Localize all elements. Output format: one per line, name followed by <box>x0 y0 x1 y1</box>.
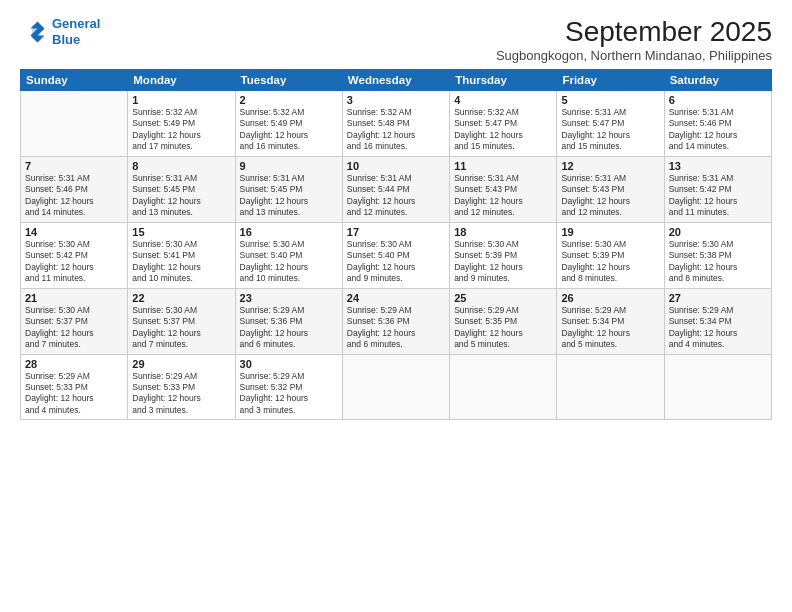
col-friday: Friday <box>557 70 664 91</box>
col-saturday: Saturday <box>664 70 771 91</box>
col-tuesday: Tuesday <box>235 70 342 91</box>
day-cell: 6Sunrise: 5:31 AM Sunset: 5:46 PM Daylig… <box>664 91 771 157</box>
day-cell: 15Sunrise: 5:30 AM Sunset: 5:41 PM Dayli… <box>128 222 235 288</box>
day-info: Sunrise: 5:29 AM Sunset: 5:33 PM Dayligh… <box>25 371 123 417</box>
page: General Blue September 2025 Sugbongkogon… <box>0 0 792 612</box>
day-number: 17 <box>347 226 445 238</box>
day-cell: 4Sunrise: 5:32 AM Sunset: 5:47 PM Daylig… <box>450 91 557 157</box>
logo-line1: General <box>52 16 100 31</box>
day-cell: 27Sunrise: 5:29 AM Sunset: 5:34 PM Dayli… <box>664 288 771 354</box>
day-cell: 3Sunrise: 5:32 AM Sunset: 5:48 PM Daylig… <box>342 91 449 157</box>
day-info: Sunrise: 5:30 AM Sunset: 5:39 PM Dayligh… <box>454 239 552 285</box>
day-info: Sunrise: 5:30 AM Sunset: 5:37 PM Dayligh… <box>25 305 123 351</box>
day-info: Sunrise: 5:31 AM Sunset: 5:44 PM Dayligh… <box>347 173 445 219</box>
day-cell <box>557 354 664 420</box>
day-number: 6 <box>669 94 767 106</box>
day-info: Sunrise: 5:30 AM Sunset: 5:38 PM Dayligh… <box>669 239 767 285</box>
day-info: Sunrise: 5:32 AM Sunset: 5:49 PM Dayligh… <box>132 107 230 153</box>
day-number: 19 <box>561 226 659 238</box>
day-cell: 22Sunrise: 5:30 AM Sunset: 5:37 PM Dayli… <box>128 288 235 354</box>
day-info: Sunrise: 5:32 AM Sunset: 5:48 PM Dayligh… <box>347 107 445 153</box>
day-cell: 7Sunrise: 5:31 AM Sunset: 5:46 PM Daylig… <box>21 156 128 222</box>
day-cell: 20Sunrise: 5:30 AM Sunset: 5:38 PM Dayli… <box>664 222 771 288</box>
logo: General Blue <box>20 16 100 47</box>
day-number: 15 <box>132 226 230 238</box>
day-info: Sunrise: 5:29 AM Sunset: 5:34 PM Dayligh… <box>561 305 659 351</box>
day-number: 10 <box>347 160 445 172</box>
week-row-4: 21Sunrise: 5:30 AM Sunset: 5:37 PM Dayli… <box>21 288 772 354</box>
day-number: 26 <box>561 292 659 304</box>
day-cell: 5Sunrise: 5:31 AM Sunset: 5:47 PM Daylig… <box>557 91 664 157</box>
day-cell: 13Sunrise: 5:31 AM Sunset: 5:42 PM Dayli… <box>664 156 771 222</box>
day-number: 28 <box>25 358 123 370</box>
day-number: 7 <box>25 160 123 172</box>
day-info: Sunrise: 5:30 AM Sunset: 5:37 PM Dayligh… <box>132 305 230 351</box>
day-number: 21 <box>25 292 123 304</box>
day-cell: 17Sunrise: 5:30 AM Sunset: 5:40 PM Dayli… <box>342 222 449 288</box>
day-cell: 21Sunrise: 5:30 AM Sunset: 5:37 PM Dayli… <box>21 288 128 354</box>
logo-icon <box>20 18 48 46</box>
day-cell: 30Sunrise: 5:29 AM Sunset: 5:32 PM Dayli… <box>235 354 342 420</box>
day-info: Sunrise: 5:30 AM Sunset: 5:42 PM Dayligh… <box>25 239 123 285</box>
day-number: 9 <box>240 160 338 172</box>
location: Sugbongkogon, Northern Mindanao, Philipp… <box>496 48 772 63</box>
day-number: 27 <box>669 292 767 304</box>
logo-line2: Blue <box>52 32 80 47</box>
day-cell: 29Sunrise: 5:29 AM Sunset: 5:33 PM Dayli… <box>128 354 235 420</box>
day-cell: 11Sunrise: 5:31 AM Sunset: 5:43 PM Dayli… <box>450 156 557 222</box>
day-number: 1 <box>132 94 230 106</box>
calendar-table: Sunday Monday Tuesday Wednesday Thursday… <box>20 69 772 420</box>
day-info: Sunrise: 5:31 AM Sunset: 5:45 PM Dayligh… <box>240 173 338 219</box>
day-info: Sunrise: 5:29 AM Sunset: 5:33 PM Dayligh… <box>132 371 230 417</box>
week-row-3: 14Sunrise: 5:30 AM Sunset: 5:42 PM Dayli… <box>21 222 772 288</box>
day-cell: 2Sunrise: 5:32 AM Sunset: 5:49 PM Daylig… <box>235 91 342 157</box>
day-info: Sunrise: 5:29 AM Sunset: 5:34 PM Dayligh… <box>669 305 767 351</box>
day-cell: 16Sunrise: 5:30 AM Sunset: 5:40 PM Dayli… <box>235 222 342 288</box>
day-number: 16 <box>240 226 338 238</box>
day-number: 23 <box>240 292 338 304</box>
day-cell: 28Sunrise: 5:29 AM Sunset: 5:33 PM Dayli… <box>21 354 128 420</box>
col-wednesday: Wednesday <box>342 70 449 91</box>
header: General Blue September 2025 Sugbongkogon… <box>20 16 772 63</box>
day-number: 3 <box>347 94 445 106</box>
day-number: 5 <box>561 94 659 106</box>
day-cell <box>21 91 128 157</box>
day-number: 4 <box>454 94 552 106</box>
day-info: Sunrise: 5:32 AM Sunset: 5:49 PM Dayligh… <box>240 107 338 153</box>
day-cell: 18Sunrise: 5:30 AM Sunset: 5:39 PM Dayli… <box>450 222 557 288</box>
day-info: Sunrise: 5:31 AM Sunset: 5:46 PM Dayligh… <box>25 173 123 219</box>
day-info: Sunrise: 5:31 AM Sunset: 5:43 PM Dayligh… <box>454 173 552 219</box>
logo-text: General Blue <box>52 16 100 47</box>
day-number: 25 <box>454 292 552 304</box>
day-number: 20 <box>669 226 767 238</box>
day-cell: 1Sunrise: 5:32 AM Sunset: 5:49 PM Daylig… <box>128 91 235 157</box>
day-info: Sunrise: 5:31 AM Sunset: 5:43 PM Dayligh… <box>561 173 659 219</box>
day-cell: 12Sunrise: 5:31 AM Sunset: 5:43 PM Dayli… <box>557 156 664 222</box>
col-monday: Monday <box>128 70 235 91</box>
day-cell: 19Sunrise: 5:30 AM Sunset: 5:39 PM Dayli… <box>557 222 664 288</box>
day-number: 11 <box>454 160 552 172</box>
day-number: 13 <box>669 160 767 172</box>
col-thursday: Thursday <box>450 70 557 91</box>
day-cell: 26Sunrise: 5:29 AM Sunset: 5:34 PM Dayli… <box>557 288 664 354</box>
day-info: Sunrise: 5:32 AM Sunset: 5:47 PM Dayligh… <box>454 107 552 153</box>
day-cell: 24Sunrise: 5:29 AM Sunset: 5:36 PM Dayli… <box>342 288 449 354</box>
day-cell: 23Sunrise: 5:29 AM Sunset: 5:36 PM Dayli… <box>235 288 342 354</box>
day-info: Sunrise: 5:29 AM Sunset: 5:32 PM Dayligh… <box>240 371 338 417</box>
week-row-5: 28Sunrise: 5:29 AM Sunset: 5:33 PM Dayli… <box>21 354 772 420</box>
day-cell <box>664 354 771 420</box>
day-info: Sunrise: 5:30 AM Sunset: 5:41 PM Dayligh… <box>132 239 230 285</box>
day-info: Sunrise: 5:30 AM Sunset: 5:39 PM Dayligh… <box>561 239 659 285</box>
day-info: Sunrise: 5:31 AM Sunset: 5:46 PM Dayligh… <box>669 107 767 153</box>
svg-marker-1 <box>32 25 39 39</box>
day-info: Sunrise: 5:31 AM Sunset: 5:45 PM Dayligh… <box>132 173 230 219</box>
day-number: 24 <box>347 292 445 304</box>
day-cell: 14Sunrise: 5:30 AM Sunset: 5:42 PM Dayli… <box>21 222 128 288</box>
day-info: Sunrise: 5:30 AM Sunset: 5:40 PM Dayligh… <box>347 239 445 285</box>
day-info: Sunrise: 5:30 AM Sunset: 5:40 PM Dayligh… <box>240 239 338 285</box>
week-row-2: 7Sunrise: 5:31 AM Sunset: 5:46 PM Daylig… <box>21 156 772 222</box>
week-row-1: 1Sunrise: 5:32 AM Sunset: 5:49 PM Daylig… <box>21 91 772 157</box>
day-info: Sunrise: 5:29 AM Sunset: 5:35 PM Dayligh… <box>454 305 552 351</box>
day-cell: 8Sunrise: 5:31 AM Sunset: 5:45 PM Daylig… <box>128 156 235 222</box>
day-info: Sunrise: 5:31 AM Sunset: 5:47 PM Dayligh… <box>561 107 659 153</box>
